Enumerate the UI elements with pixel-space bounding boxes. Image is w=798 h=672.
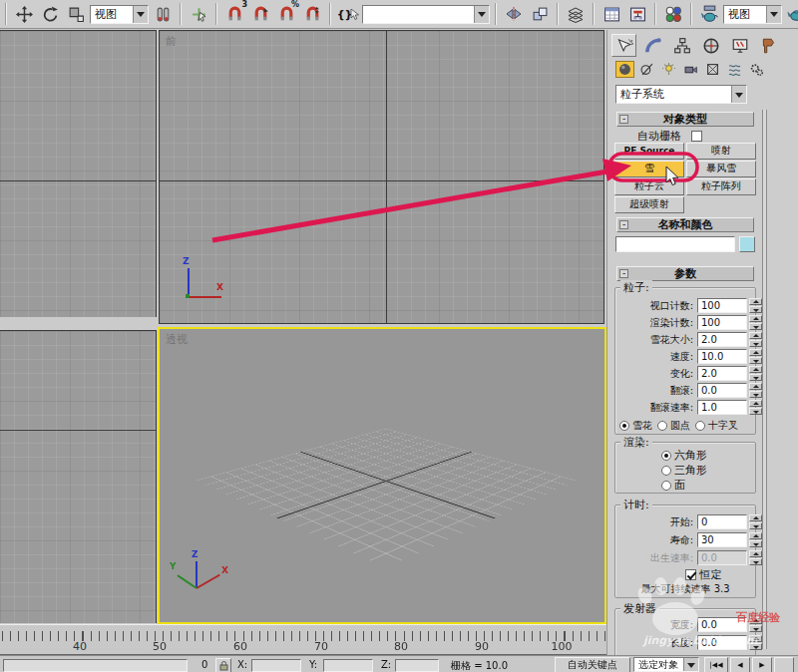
spinner-arrows[interactable] [749,400,762,415]
edit-named-selections-icon[interactable]: {} [336,2,360,26]
named-selection-dropdown[interactable] [362,5,490,24]
radio-sixpoint[interactable]: 六角形 [661,448,707,463]
tab-display[interactable] [727,34,752,57]
key-filter-dropdown[interactable]: 选定对象 [633,657,699,672]
dropdown-arrow-icon[interactable] [731,86,746,103]
rotate-icon[interactable] [38,2,62,26]
viewport-left-top[interactable] [0,30,157,317]
viewport-perspective-label[interactable]: 透视 [166,332,188,347]
speed-input[interactable]: 10.0 [697,349,747,364]
radio-flakes[interactable]: 雪花 [619,419,652,433]
dropdown-arrow-icon[interactable] [766,6,781,23]
y-coord-field[interactable] [323,659,373,672]
emitter-width-input[interactable]: 0.0 [697,617,747,632]
constant-checkbox-row[interactable]: 恒定 [685,567,722,582]
render-count-input[interactable]: 100 [697,315,747,330]
object-color-swatch[interactable] [739,236,755,252]
pf-source-button[interactable]: PF Source [614,143,684,160]
spray-button[interactable]: 喷射 [686,143,756,160]
spinner-arrows[interactable] [749,635,762,650]
spinner-arrows[interactable] [749,298,762,313]
rollout-parameters[interactable]: -参数 [616,266,754,281]
spinner-arrows[interactable] [749,366,762,381]
tumble-rate-input[interactable]: 1.0 [697,400,747,415]
dropdown-arrow-icon[interactable] [474,6,489,23]
emitter-length-input[interactable]: 0.0 [697,635,747,650]
z-coord-field[interactable] [395,659,439,672]
render-setup-icon[interactable] [697,2,721,26]
scale-icon[interactable] [64,2,88,26]
variation-input[interactable]: 2.0 [697,366,747,381]
track-bar[interactable]: 40 50 60 70 80 90 100 [0,624,608,655]
prompt-field[interactable] [3,659,188,672]
spinner-arrows[interactable] [749,617,762,632]
spinner-arrows[interactable] [749,532,762,547]
rollout-object-type[interactable]: -对象类型 [616,112,754,127]
x-coord-field[interactable] [251,659,301,672]
category-cameras-icon[interactable] [681,61,700,78]
category-shapes-icon[interactable] [637,61,656,78]
viewport-perspective[interactable]: 透视 Z X Y [158,327,606,624]
tab-create[interactable] [611,34,636,57]
percent-snap-icon[interactable]: % [274,2,298,26]
category-helpers-icon[interactable] [703,61,722,78]
subcategory-dropdown[interactable]: 粒子系统 [615,85,747,104]
viewport-front[interactable]: 前 Z X [159,30,604,324]
tab-hierarchy[interactable] [669,34,694,57]
move-icon[interactable] [12,2,36,26]
viewport-left-bottom[interactable] [0,330,157,623]
next-frame-button[interactable] [774,657,794,672]
dropdown-arrow-icon[interactable] [133,6,148,23]
radio-ticks[interactable]: 十字叉 [695,419,738,433]
previous-frame-button[interactable]: ◀ [730,657,750,672]
category-geometry-icon[interactable] [615,61,634,78]
life-input[interactable]: 30 [697,532,747,547]
tumble-input[interactable]: 0.0 [697,383,747,398]
spinner-arrows[interactable] [749,349,762,364]
category-spacewarps-icon[interactable] [725,61,744,78]
blizzard-button[interactable]: 暴风雪 [686,161,756,177]
material-editor-icon[interactable] [661,2,685,26]
super-spray-button[interactable]: 超级喷射 [614,196,684,213]
category-systems-icon[interactable] [747,61,766,78]
curve-editor-icon[interactable] [599,2,623,26]
tab-modify[interactable] [640,34,665,57]
autogrid-checkbox[interactable] [691,131,702,142]
selection-lock-toggle[interactable] [215,658,231,672]
spinner-snap-icon[interactable] [300,2,324,26]
collapse-icon[interactable]: - [619,115,628,124]
radio-triangle[interactable]: 三角形 [661,463,707,478]
select-manipulate-icon[interactable] [187,2,210,26]
viewport-front-label[interactable]: 前 [166,34,177,49]
schematic-view-icon[interactable] [625,2,649,26]
panel-scrollbar[interactable] [762,110,767,649]
angle-snap-icon[interactable] [248,2,272,26]
reference-coordinate-dropdown[interactable]: 视图 [90,5,149,24]
spinner-arrows[interactable] [749,315,762,330]
render-view-dropdown[interactable]: 视图 [723,5,782,24]
tab-motion[interactable] [698,34,723,57]
collapse-icon[interactable]: - [619,269,628,278]
quick-render-icon[interactable] [784,2,798,26]
mirror-icon[interactable] [502,2,526,26]
radio-facing[interactable]: 面 [661,478,685,493]
layer-manager-icon[interactable] [564,2,588,26]
collapse-icon[interactable]: - [619,220,628,229]
spinner-arrows[interactable] [749,514,762,529]
viewport-count-input[interactable]: 100 [697,298,747,313]
parray-button[interactable]: 粒子阵列 [686,178,756,195]
constant-checkbox[interactable] [685,569,696,580]
pcloud-button[interactable]: 粒子云 [614,178,684,195]
tab-utilities[interactable] [756,34,781,57]
snap-toggle-3d-icon[interactable]: 3 [222,2,246,26]
align-icon[interactable] [528,2,552,26]
spinner-arrows[interactable] [749,383,762,398]
snow-button[interactable]: 雪 [614,161,684,177]
start-input[interactable]: 0 [697,514,747,529]
dropdown-arrow-icon[interactable] [683,658,698,671]
use-pivot-center-icon[interactable] [151,2,175,26]
rollout-name-color[interactable]: -名称和颜色 [616,217,754,232]
go-to-start-button[interactable]: |◀◀ [704,657,728,672]
flake-size-input[interactable]: 2.0 [697,332,747,347]
object-name-input[interactable] [615,236,735,252]
